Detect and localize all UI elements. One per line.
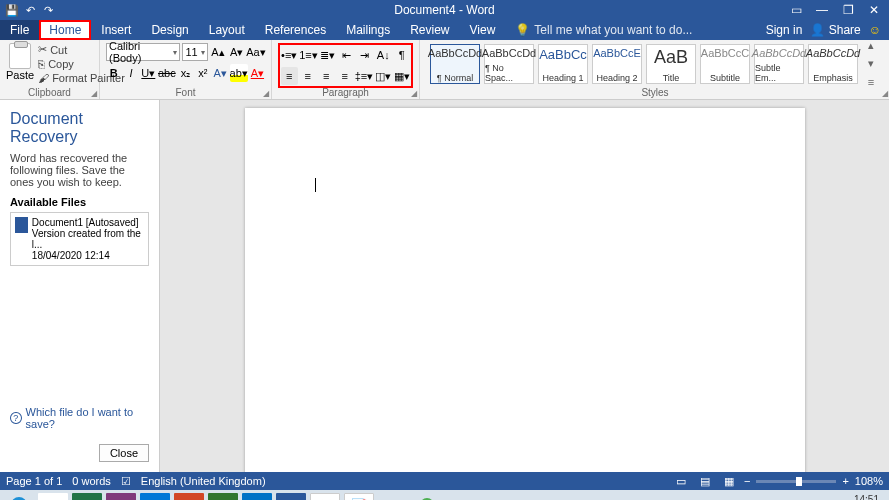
recovered-file-item[interactable]: Document1 [Autosaved] Version created fr… [10, 212, 149, 266]
style-emphasis[interactable]: AaBbCcDdEmphasis [808, 44, 858, 84]
tab-references[interactable]: References [255, 20, 336, 40]
chevron-down-icon: ▾ [173, 48, 177, 57]
document-canvas[interactable] [160, 100, 889, 472]
excel-icon[interactable]: X [72, 493, 102, 500]
clipboard-dialog-launcher[interactable]: ◢ [91, 89, 97, 98]
tab-review[interactable]: Review [400, 20, 459, 40]
underline-button[interactable]: U▾ [141, 64, 156, 82]
print-layout-icon[interactable]: ▤ [696, 472, 714, 490]
chrome-icon[interactable] [412, 493, 442, 500]
zoom-out-button[interactable]: − [744, 475, 750, 487]
shrink-font-button[interactable]: A▾ [228, 43, 245, 61]
styles-dialog-launcher[interactable]: ◢ [882, 89, 888, 98]
publisher-icon[interactable]: P [208, 493, 238, 500]
group-styles: AaBbCcDd¶ Normal AaBbCcDd¶ No Spac... Aa… [420, 40, 889, 99]
style-title[interactable]: AaBTitle [646, 44, 696, 84]
tray-time[interactable]: 14:51 [829, 495, 879, 500]
sort-button[interactable]: A↓ [375, 46, 392, 64]
style-heading-1[interactable]: AaBbCcHeading 1 [538, 44, 588, 84]
font-dialog-launcher[interactable]: ◢ [263, 89, 269, 98]
word-count[interactable]: 0 words [72, 475, 111, 487]
undo-icon[interactable]: ↶ [22, 2, 38, 18]
page-indicator[interactable]: Page 1 of 1 [6, 475, 62, 487]
tab-insert[interactable]: Insert [91, 20, 141, 40]
proofing-icon[interactable]: ☑ [121, 475, 131, 488]
window-title: Document4 - Word [394, 3, 494, 17]
style-normal[interactable]: AaBbCcDd¶ Normal [430, 44, 480, 84]
word-icon[interactable]: W [276, 493, 306, 500]
recovery-close-button[interactable]: Close [99, 444, 149, 462]
italic-button[interactable]: I [123, 64, 138, 82]
show-marks-button[interactable]: ¶ [394, 46, 411, 64]
align-left-button[interactable]: ≡ [281, 67, 298, 85]
font-color-button[interactable]: A▾ [250, 64, 265, 82]
shading-button[interactable]: ◫▾ [375, 67, 392, 85]
style-heading-2[interactable]: AaBbCcEHeading 2 [592, 44, 642, 84]
styles-down[interactable]: ▾ [862, 55, 880, 73]
zoom-level[interactable]: 108% [855, 475, 883, 487]
signin-link[interactable]: Sign in [766, 23, 803, 37]
zoom-thumb[interactable] [796, 477, 802, 486]
align-right-button[interactable]: ≡ [318, 67, 335, 85]
style-no-spacing[interactable]: AaBbCcDd¶ No Spac... [484, 44, 534, 84]
vlc-icon[interactable]: ▲ [378, 493, 408, 500]
style-subtle-emphasis[interactable]: AaBbCcDdSubtle Em... [754, 44, 804, 84]
tab-design[interactable]: Design [141, 20, 198, 40]
web-layout-icon[interactable]: ▦ [720, 472, 738, 490]
tab-home[interactable]: Home [39, 20, 91, 40]
styles-up[interactable]: ▴ [862, 37, 880, 55]
onenote-icon[interactable]: N [106, 493, 136, 500]
close-icon[interactable]: ✕ [867, 3, 881, 17]
paragraph-dialog-launcher[interactable]: ◢ [411, 89, 417, 98]
start-button[interactable] [4, 493, 34, 500]
tab-layout[interactable]: Layout [199, 20, 255, 40]
increase-indent-button[interactable]: ⇥ [357, 46, 374, 64]
copy-label: Copy [48, 58, 74, 70]
language-indicator[interactable]: English (United Kingdom) [141, 475, 266, 487]
align-center-button[interactable]: ≡ [300, 67, 317, 85]
superscript-button[interactable]: x² [195, 64, 210, 82]
bullets-button[interactable]: •≡▾ [281, 46, 298, 64]
decrease-indent-button[interactable]: ⇤ [338, 46, 355, 64]
style-subtitle[interactable]: AaBbCcCSubtitle [700, 44, 750, 84]
tab-view[interactable]: View [460, 20, 506, 40]
zoom-slider[interactable] [756, 480, 836, 483]
maximize-icon[interactable]: ❐ [841, 3, 855, 17]
change-case-button[interactable]: Aa▾ [247, 43, 265, 61]
paragraph-group-label: Paragraph [272, 87, 419, 98]
multilevel-list-button[interactable]: ≣▾ [320, 46, 337, 64]
outlook-icon[interactable]: O [140, 493, 170, 500]
grow-font-button[interactable]: A▴ [210, 43, 227, 61]
visio-icon[interactable]: V [242, 493, 272, 500]
share-button[interactable]: 👤 Share [810, 23, 860, 37]
font-size-select[interactable]: 11▾ [182, 43, 207, 61]
justify-button[interactable]: ≡ [337, 67, 354, 85]
paste-button[interactable]: Paste [6, 43, 34, 84]
save-icon[interactable]: 💾 [4, 2, 20, 18]
powerpoint-icon[interactable]: P [174, 493, 204, 500]
text-effects-button[interactable]: A▾ [212, 64, 227, 82]
file-explorer-icon[interactable]: 📁 [310, 493, 340, 500]
which-file-link[interactable]: ?Which file do I want to save? [10, 406, 159, 430]
page[interactable] [245, 108, 805, 472]
bold-button[interactable]: B [106, 64, 121, 82]
recovered-file-version: Version created from the l... [32, 228, 144, 250]
line-spacing-button[interactable]: ‡≡▾ [355, 67, 373, 85]
strikethrough-button[interactable]: abc [158, 64, 176, 82]
font-name-select[interactable]: Calibri (Body)▾ [106, 43, 180, 61]
smiley-icon[interactable]: ☺ [869, 23, 881, 37]
notepad-icon[interactable]: 📝 [344, 493, 374, 500]
zoom-in-button[interactable]: + [842, 475, 848, 487]
highlight-button[interactable]: ab▾ [230, 64, 248, 82]
tell-me[interactable]: 💡 Tell me what you want to do... [505, 20, 692, 40]
borders-button[interactable]: ▦▾ [394, 67, 411, 85]
redo-icon[interactable]: ↷ [40, 2, 56, 18]
minimize-icon[interactable]: — [815, 3, 829, 17]
ribbon-display-icon[interactable]: ▭ [789, 3, 803, 17]
numbering-button[interactable]: 1≡▾ [300, 46, 318, 64]
ie-icon[interactable]: e [38, 493, 68, 500]
subscript-button[interactable]: x₂ [178, 64, 193, 82]
tab-mailings[interactable]: Mailings [336, 20, 400, 40]
tab-file[interactable]: File [0, 20, 39, 40]
read-mode-icon[interactable]: ▭ [672, 472, 690, 490]
